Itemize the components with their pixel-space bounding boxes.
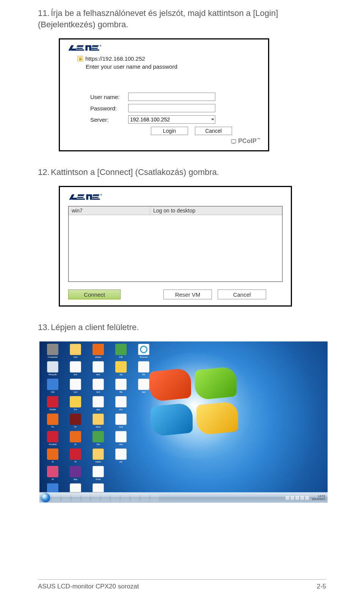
desktop-icon-label: chart: [88, 478, 108, 482]
desktop-icon[interactable]: Ai: [42, 448, 63, 464]
tray-icon[interactable]: [305, 496, 309, 500]
app-icon: [93, 379, 104, 390]
desktop-icon[interactable]: pic: [111, 448, 131, 464]
desktop-icon-label: Fl: [65, 461, 86, 464]
server-input[interactable]: [128, 115, 215, 124]
desktop-icon-label: folder: [88, 461, 108, 464]
app-icon: [47, 466, 58, 477]
taskbar-pin[interactable]: [91, 494, 100, 502]
app-icon: [47, 379, 58, 390]
tray-icon[interactable]: [290, 496, 294, 500]
app-icon: [47, 344, 58, 355]
vm-list[interactable]: win7 Log on to desktop: [68, 206, 282, 282]
desktop-icon[interactable]: app: [88, 396, 108, 412]
lock-icon: [77, 56, 83, 61]
taskbar-clock[interactable]: 14:53 2014/5/21: [310, 495, 325, 501]
desktop-icon[interactable]: Fz: [65, 414, 86, 429]
desktop-icon[interactable]: Recycle: [42, 361, 63, 377]
desktop-icon[interactable]: KM: [111, 344, 131, 360]
desktop-icon[interactable]: chart: [88, 466, 108, 482]
vm-list-header: win7 Log on to desktop: [69, 206, 282, 215]
taskbar-pin[interactable]: [151, 494, 159, 502]
desktop-icon-label: Browse: [133, 356, 154, 360]
app-icon: [70, 344, 81, 355]
desktop-icon[interactable]: tool: [65, 379, 86, 395]
desktop-icon[interactable]: Ai: [65, 431, 86, 447]
desktop-icon[interactable]: text: [88, 361, 108, 377]
desktop-icon-label: tool: [111, 426, 131, 429]
desktop-icon[interactable]: Acrobat: [42, 431, 63, 447]
desktop-icon[interactable]: Computer: [42, 344, 63, 360]
desktop-icon[interactable]: Id: [42, 466, 63, 482]
taskbar-pin[interactable]: [101, 494, 110, 502]
app-icon: [47, 361, 58, 373]
desktop-icon[interactable]: player: [88, 344, 108, 360]
desktop-icon[interactable]: Fw: [65, 396, 86, 412]
desktop-icon[interactable]: text: [88, 379, 108, 395]
desktop-icon[interactable]: folder: [88, 448, 108, 464]
desktop-icon[interactable]: app: [133, 379, 154, 395]
taskbar[interactable]: 14:53 2014/5/21: [39, 492, 328, 503]
desktop-icon[interactable]: Browse: [133, 344, 154, 360]
desktop-icon-label: KM: [111, 356, 131, 360]
app-icon: [47, 448, 58, 460]
desktop-icon-label: app: [133, 391, 154, 395]
desktop-icon[interactable]: Adobe: [42, 396, 63, 412]
connect-button[interactable]: Connect: [68, 289, 121, 299]
app-icon: [70, 431, 81, 442]
desktop-icon[interactable]: file: [111, 379, 131, 395]
desktop-icon[interactable]: tool: [111, 414, 131, 429]
taskbar-pin[interactable]: [52, 494, 60, 502]
tray-icon[interactable]: [295, 496, 299, 500]
app-icon: [70, 379, 81, 390]
desktop-icon[interactable]: Fl: [65, 448, 86, 464]
desktop-icon[interactable]: Dw: [88, 431, 108, 447]
desktop-icon-label: tool: [65, 391, 86, 395]
step-11: 11.Írja be a felhasználónevet és jelszót…: [38, 8, 326, 30]
taskbar-pin[interactable]: [121, 494, 129, 502]
desktop-icon[interactable]: QQ: [42, 379, 63, 395]
desktop-icon[interactable]: doc: [111, 396, 131, 412]
footer-left: ASUS LCD-monitor CPX20 sorozat: [38, 583, 139, 590]
desktop-icon[interactable]: app: [65, 466, 86, 482]
app-icon: [47, 396, 58, 407]
desktop-icon[interactable]: doc: [111, 431, 131, 447]
taskbar-pin[interactable]: [82, 494, 90, 502]
app-icon: [70, 414, 81, 425]
desktop-icon-label: Fz: [65, 426, 86, 429]
taskbar-pin[interactable]: [141, 494, 149, 502]
connect-dialog: R win7 Log on to desktop Connect Reser V…: [59, 186, 292, 307]
cancel-button[interactable]: Cancel: [218, 289, 266, 299]
cancel-button[interactable]: Cancel: [195, 127, 232, 135]
taskbar-pin[interactable]: [111, 494, 119, 502]
tray-icon[interactable]: [286, 496, 289, 500]
system-tray[interactable]: 14:53 2014/5/21: [286, 495, 328, 501]
reset-vm-button[interactable]: Reser VM: [163, 289, 212, 299]
desktop-icon[interactable]: tool: [65, 344, 86, 360]
app-icon: [115, 448, 127, 460]
app-icon: [115, 379, 127, 390]
desktop-icon[interactable]: drive: [88, 414, 108, 429]
svg-text:R: R: [100, 45, 101, 47]
taskbar-pin[interactable]: [72, 494, 80, 502]
desktop-icon[interactable]: file: [133, 361, 154, 377]
password-input[interactable]: [128, 104, 215, 112]
username-input[interactable]: [128, 93, 215, 101]
taskbar-pin[interactable]: [62, 494, 70, 502]
desktop-icon-label: Recycle: [42, 373, 63, 377]
app-icon: [93, 431, 104, 442]
vm-list-col2: Log on to desktop: [150, 206, 282, 215]
login-button[interactable]: Login: [151, 127, 188, 135]
desktop-icon[interactable]: Fx: [42, 414, 63, 429]
desktop-icon-label: app: [65, 478, 86, 482]
desktop-icon-label: drive: [88, 426, 108, 429]
taskbar-pin[interactable]: [131, 494, 139, 502]
url-row: https://192.168.100.252: [77, 55, 260, 62]
desktop-icon[interactable]: text: [65, 361, 86, 377]
chevron-down-icon[interactable]: [211, 119, 214, 121]
start-button[interactable]: [41, 493, 50, 503]
login-dialog: R https://192.168.100.252 Enter your use…: [59, 38, 269, 151]
desktop-icon[interactable]: zip: [111, 361, 131, 377]
app-icon: [93, 396, 104, 407]
tray-icon[interactable]: [300, 496, 304, 500]
